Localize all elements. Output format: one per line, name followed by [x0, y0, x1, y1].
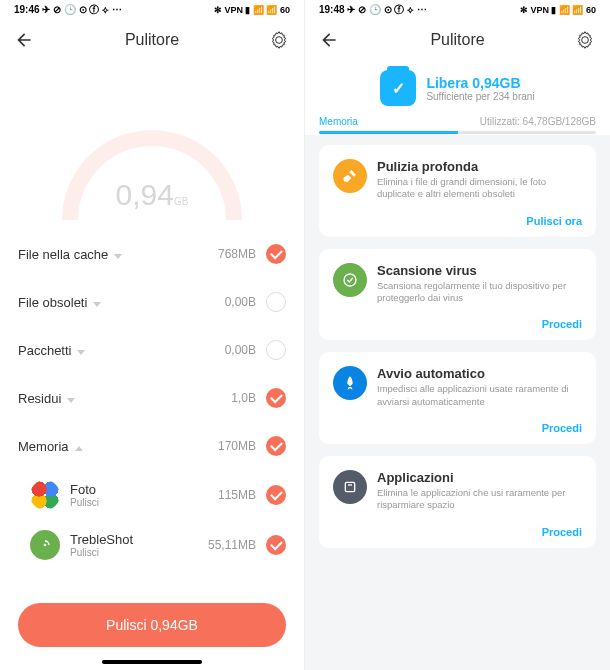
- category-row[interactable]: File nella cache 768MB: [0, 230, 304, 278]
- status-icons-right: ✻ VPN ▮ 📶 📶 60: [520, 5, 596, 15]
- card-action-button[interactable]: Pulisci ora: [377, 215, 582, 227]
- category-row[interactable]: File obsoleti 0,00B: [0, 278, 304, 326]
- memory-progress-bar: [319, 131, 596, 134]
- app-row[interactable]: TrebleShot Pulisci 55,11MB: [0, 520, 304, 570]
- autostart-card[interactable]: Avvio automatico Impedisci alle applicaz…: [319, 352, 596, 444]
- app-action: Pulisci: [70, 497, 218, 508]
- card-action-button[interactable]: Procedi: [377, 526, 582, 538]
- app-header: Pulitore: [305, 20, 610, 60]
- category-size: 0,00B: [225, 295, 256, 309]
- svg-rect-3: [345, 482, 354, 491]
- category-checkbox[interactable]: [266, 340, 286, 360]
- card-title: Scansione virus: [377, 263, 582, 278]
- clock: 19:48: [319, 4, 345, 15]
- card-title: Pulizia profonda: [377, 159, 582, 174]
- card-desc: Impedisci alle applicazioni usate rarame…: [377, 383, 582, 408]
- app-name: Foto: [70, 482, 218, 497]
- home-indicator[interactable]: [102, 660, 202, 664]
- status-bar: 19:48 ✈ ⊘ 🕒 ⊙ ⓕ ⟡ ⋯ ✻ VPN ▮ 📶 📶 60: [305, 0, 610, 20]
- cleaner-result-screen: 19:48 ✈ ⊘ 🕒 ⊙ ⓕ ⟡ ⋯ ✻ VPN ▮ 📶 📶 60 Pulit…: [305, 0, 610, 670]
- scan-gauge: 0,94GB: [0, 60, 304, 230]
- card-desc: Scansiona regolarmente il tuo dispositiv…: [377, 280, 582, 305]
- memory-used: Utilizzati: 64,78GB/128GB: [480, 116, 596, 127]
- card-title: Applicazioni: [377, 470, 582, 485]
- app-header: Pulitore: [0, 20, 304, 60]
- chevron-down-icon: [114, 254, 122, 259]
- category-checkbox[interactable]: [266, 388, 286, 408]
- gear-icon: [575, 30, 595, 50]
- memory-bar-section: Memoria Utilizzati: 64,78GB/128GB: [305, 112, 610, 135]
- rocket-icon: [333, 366, 367, 400]
- category-size: 768MB: [218, 247, 256, 261]
- arrow-left-icon: [319, 30, 339, 50]
- cta-area: Pulisci 0,94GB: [0, 595, 304, 657]
- cleanup-list[interactable]: File nella cache 768MB File obsoleti 0,0…: [0, 230, 304, 595]
- app-checkbox[interactable]: [266, 485, 286, 505]
- chevron-up-icon: [75, 446, 83, 451]
- category-size: 170MB: [218, 439, 256, 453]
- status-icons-right: ✻ VPN ▮ 📶 📶 60: [214, 5, 290, 15]
- category-size: 1,0B: [231, 391, 256, 405]
- status-icons-left: ✈ ⊘ 🕒 ⊙ ⓕ ⟡ ⋯: [347, 4, 427, 15]
- shovel-icon: [333, 159, 367, 193]
- category-size: 0,00B: [225, 343, 256, 357]
- app-checkbox[interactable]: [266, 535, 286, 555]
- cleaner-scan-screen: 19:46 ✈ ⊘ 🕒 ⊙ ⓕ ⟡ ⋯ ✻ VPN ▮ 📶 📶 60 Pulit…: [0, 0, 305, 670]
- trebleshot-app-icon: [30, 530, 60, 560]
- app-action: Pulisci: [70, 547, 208, 558]
- app-labels: TrebleShot Pulisci: [70, 532, 208, 558]
- hero-title: Libera 0,94GB: [426, 75, 534, 91]
- chevron-down-icon: [67, 398, 75, 403]
- trash-bin-icon: [380, 70, 416, 106]
- card-title: Avvio automatico: [377, 366, 582, 381]
- category-row[interactable]: Memoria 170MB: [0, 422, 304, 470]
- app-name: TrebleShot: [70, 532, 208, 547]
- category-label: Memoria: [18, 439, 218, 454]
- svg-point-1: [44, 544, 47, 547]
- category-label: File obsoleti: [18, 295, 225, 310]
- category-row[interactable]: Residui 1,0B: [0, 374, 304, 422]
- back-button[interactable]: [319, 30, 339, 50]
- memory-label: Memoria: [319, 116, 358, 127]
- chevron-down-icon: [77, 350, 85, 355]
- clean-button[interactable]: Pulisci 0,94GB: [18, 603, 286, 647]
- box-icon: [333, 470, 367, 504]
- category-label: Pacchetti: [18, 343, 225, 358]
- settings-button[interactable]: [574, 29, 596, 51]
- card-action-button[interactable]: Procedi: [377, 318, 582, 330]
- card-desc: Elimina i file di grandi dimensioni, le …: [377, 176, 582, 201]
- app-size: 55,11MB: [208, 538, 256, 552]
- card-action-button[interactable]: Procedi: [377, 422, 582, 434]
- app-row[interactable]: Foto Pulisci 115MB: [0, 470, 304, 520]
- app-labels: Foto Pulisci: [70, 482, 218, 508]
- gauge-value: 0,94GB: [116, 178, 189, 212]
- memory-progress-fill: [319, 131, 458, 134]
- status-bar: 19:46 ✈ ⊘ 🕒 ⊙ ⓕ ⟡ ⋯ ✻ VPN ▮ 📶 📶 60: [0, 0, 304, 20]
- back-button[interactable]: [14, 30, 34, 50]
- category-checkbox[interactable]: [266, 436, 286, 456]
- applications-card[interactable]: Applicazioni Elimina le applicazioni che…: [319, 456, 596, 548]
- gear-icon: [269, 30, 289, 50]
- suggestion-cards: Pulizia profonda Elimina i file di grand…: [305, 135, 610, 558]
- clock: 19:46: [14, 4, 40, 15]
- category-label: Residui: [18, 391, 231, 406]
- category-checkbox[interactable]: [266, 292, 286, 312]
- category-row[interactable]: Pacchetti 0,00B: [0, 326, 304, 374]
- category-checkbox[interactable]: [266, 244, 286, 264]
- category-label: File nella cache: [18, 247, 218, 262]
- photos-app-icon: [30, 480, 60, 510]
- page-title: Pulitore: [125, 31, 179, 49]
- status-icons-left: ✈ ⊘ 🕒 ⊙ ⓕ ⟡ ⋯: [42, 4, 122, 15]
- hero-banner: Libera 0,94GB Sufficiente per 234 brani: [305, 60, 610, 112]
- virus-scan-card[interactable]: Scansione virus Scansiona regolarmente i…: [319, 249, 596, 341]
- arrow-left-icon: [14, 30, 34, 50]
- chevron-down-icon: [93, 302, 101, 307]
- deep-clean-card[interactable]: Pulizia profonda Elimina i file di grand…: [319, 145, 596, 237]
- settings-button[interactable]: [268, 29, 290, 51]
- shield-check-icon: [333, 263, 367, 297]
- hero-subtitle: Sufficiente per 234 brani: [426, 91, 534, 102]
- app-size: 115MB: [218, 488, 256, 502]
- page-title: Pulitore: [430, 31, 484, 49]
- svg-point-2: [344, 274, 356, 286]
- card-desc: Elimina le applicazioni che usi rarament…: [377, 487, 582, 512]
